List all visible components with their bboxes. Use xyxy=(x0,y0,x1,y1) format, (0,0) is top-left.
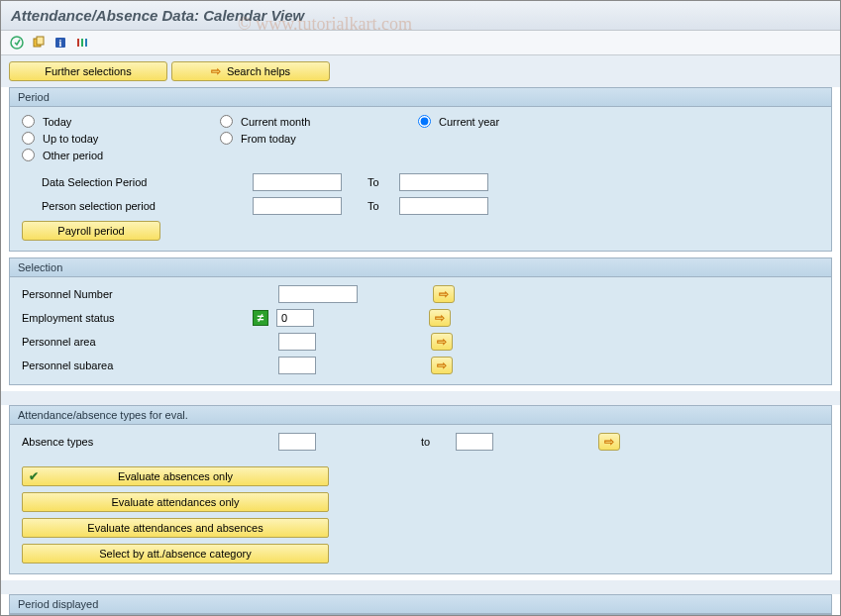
person-selection-from-input[interactable] xyxy=(253,197,342,215)
radio-today-label: Today xyxy=(43,116,71,128)
absence-types-multiselect-button[interactable]: ⇨ xyxy=(598,433,620,451)
data-selection-from-input[interactable] xyxy=(253,173,342,191)
absence-types-from-input[interactable] xyxy=(278,433,316,451)
evaluate-both-label: Evaluate attendances and absences xyxy=(87,522,263,534)
radio-other-period-label: Other period xyxy=(43,150,103,161)
radio-current-year-input[interactable] xyxy=(418,115,431,128)
evaluate-absences-only-button[interactable]: ✔ Evaluate absences only xyxy=(22,466,329,486)
period-displayed-header: Period displayed xyxy=(10,595,831,614)
payroll-period-label: Payroll period xyxy=(57,225,124,237)
radio-from-today-input[interactable] xyxy=(220,132,233,145)
radio-other-period[interactable]: Other period xyxy=(22,149,220,161)
to-label-2: To xyxy=(368,200,391,212)
personnel-number-input[interactable] xyxy=(278,285,358,303)
employment-status-multiselect-button[interactable]: ⇨ xyxy=(429,309,451,327)
radio-from-today-label: From today xyxy=(241,133,296,145)
page-title: Attendance/Absence Data: Calendar View xyxy=(11,7,304,24)
person-selection-label: Person selection period xyxy=(22,200,245,212)
period-radio-grid: Today Current month Current year Up to t… xyxy=(22,115,819,161)
evaluate-both-button[interactable]: Evaluate attendances and absences xyxy=(22,518,329,538)
personnel-subarea-label: Personnel subarea xyxy=(22,359,245,371)
radio-up-to-today-input[interactable] xyxy=(22,132,35,145)
select-by-category-button[interactable]: Select by att./absence category xyxy=(22,544,329,564)
employment-status-row: Employment status ≠ ⇨ xyxy=(22,309,819,327)
to-label: To xyxy=(368,176,391,188)
person-selection-period-row: Person selection period To xyxy=(22,197,819,215)
action-row: Further selections ⇨ Search helps xyxy=(1,55,840,87)
absence-types-label: Absence types xyxy=(22,436,245,448)
evaluate-attendances-only-label: Evaluate attendances only xyxy=(111,496,239,508)
personnel-area-multiselect-button[interactable]: ⇨ xyxy=(431,333,453,351)
absence-types-section: Attendance/absence types for eval. Absen… xyxy=(9,405,832,574)
absence-types-row: Absence types to ⇨ xyxy=(22,433,819,451)
employment-status-label: Employment status xyxy=(22,312,245,324)
personnel-number-row: Personnel Number ⇨ xyxy=(22,285,819,303)
radio-current-year-label: Current year xyxy=(439,116,499,128)
personnel-number-label: Personnel Number xyxy=(22,288,245,300)
radio-other-period-input[interactable] xyxy=(22,149,35,161)
radio-from-today[interactable]: From today xyxy=(220,132,418,145)
search-helps-label: Search helps xyxy=(227,65,290,77)
layout-icon[interactable] xyxy=(74,35,90,51)
personnel-subarea-input[interactable] xyxy=(278,357,316,374)
personnel-subarea-multiselect-button[interactable]: ⇨ xyxy=(431,357,453,374)
title-bar: Attendance/Absence Data: Calendar View xyxy=(1,1,840,31)
arrow-right-icon: ⇨ xyxy=(439,287,449,301)
period-section: Period Today Current month Current year … xyxy=(9,87,832,252)
arrow-right-icon: ⇨ xyxy=(437,359,447,372)
search-helps-button[interactable]: ⇨ Search helps xyxy=(171,61,330,81)
svg-point-0 xyxy=(11,37,23,49)
payroll-period-button[interactable]: Payroll period xyxy=(22,221,160,241)
period-displayed-section: Period displayed xyxy=(9,594,832,615)
further-selections-label: Further selections xyxy=(45,65,131,77)
check-icon: ✔ xyxy=(29,469,39,483)
arrow-right-icon: ⇨ xyxy=(437,335,447,349)
svg-text:i: i xyxy=(59,38,62,49)
select-by-category-label: Select by att./absence category xyxy=(99,548,251,560)
employment-status-input[interactable] xyxy=(276,309,314,327)
selection-header: Selection xyxy=(10,258,831,277)
radio-current-month-input[interactable] xyxy=(220,115,233,128)
arrow-right-icon: ⇨ xyxy=(435,311,445,325)
data-selection-to-input[interactable] xyxy=(399,173,488,191)
personnel-number-multiselect-button[interactable]: ⇨ xyxy=(433,285,455,303)
further-selections-button[interactable]: Further selections xyxy=(9,61,167,81)
absence-types-to-input[interactable] xyxy=(456,433,493,451)
app-toolbar: i xyxy=(1,31,840,55)
radio-up-to-today-label: Up to today xyxy=(43,133,98,145)
period-header: Period xyxy=(10,88,831,107)
personnel-area-label: Personnel area xyxy=(22,336,245,348)
personnel-subarea-row: Personnel subarea ⇨ xyxy=(22,357,819,374)
absence-to-label: to xyxy=(421,436,430,448)
data-selection-label: Data Selection Period xyxy=(22,176,245,188)
absence-types-header: Attendance/absence types for eval. xyxy=(10,406,831,425)
evaluate-attendances-only-button[interactable]: Evaluate attendances only xyxy=(22,492,329,512)
evaluate-absences-only-label: Evaluate absences only xyxy=(118,470,233,482)
personnel-area-row: Personnel area ⇨ xyxy=(22,333,819,351)
radio-today-input[interactable] xyxy=(22,115,35,128)
radio-current-month[interactable]: Current month xyxy=(220,115,418,128)
execute-icon[interactable] xyxy=(9,35,25,51)
personnel-area-input[interactable] xyxy=(278,333,316,351)
svg-rect-2 xyxy=(37,37,44,45)
variant-icon[interactable] xyxy=(31,35,47,51)
arrow-right-icon: ⇨ xyxy=(604,435,614,449)
radio-today[interactable]: Today xyxy=(22,115,220,128)
arrow-right-icon: ⇨ xyxy=(211,64,221,78)
person-selection-to-input[interactable] xyxy=(399,197,488,215)
not-equal-icon[interactable]: ≠ xyxy=(253,310,268,326)
radio-current-month-label: Current month xyxy=(241,116,310,128)
data-selection-period-row: Data Selection Period To xyxy=(22,173,819,191)
radio-current-year[interactable]: Current year xyxy=(418,115,616,128)
selection-section: Selection Personnel Number ⇨ Employment … xyxy=(9,257,832,385)
info-icon[interactable]: i xyxy=(53,35,68,51)
radio-up-to-today[interactable]: Up to today xyxy=(22,132,220,145)
